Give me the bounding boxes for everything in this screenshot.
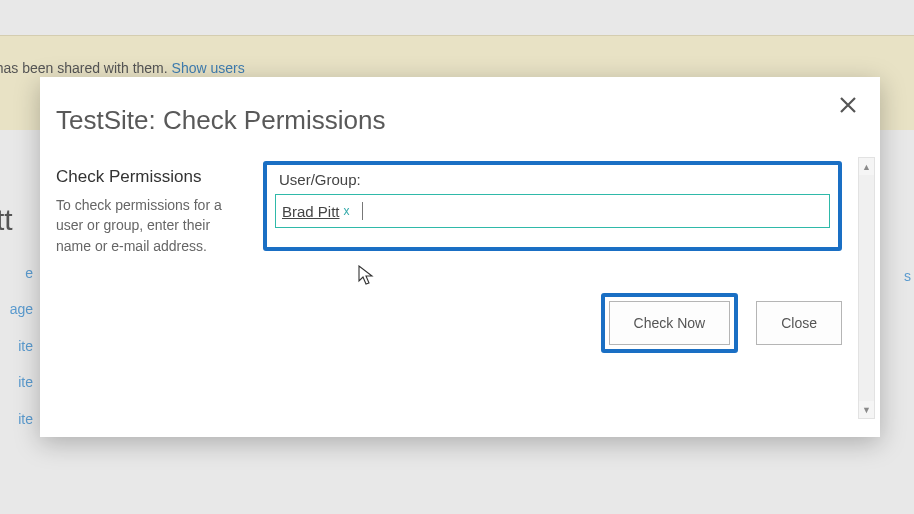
banner-text: site has been shared with them. — [0, 60, 172, 76]
check-now-button[interactable]: Check Now — [609, 301, 731, 345]
section-description: To check permissions for a user or group… — [56, 195, 231, 256]
highlight-check-now: Check Now — [601, 293, 739, 353]
banner-show-users-link[interactable]: Show users — [172, 60, 245, 76]
nav-fragment: ite — [0, 328, 35, 364]
text-caret — [362, 202, 363, 220]
dialog-title: TestSite: Check Permissions — [56, 105, 385, 136]
nav-fragment: ite — [0, 401, 35, 437]
nav-fragment: age — [0, 291, 35, 327]
scroll-up-arrow-icon[interactable]: ▲ — [859, 158, 874, 175]
user-group-label: User/Group: — [279, 171, 830, 188]
people-chip-name[interactable]: Brad Pitt — [282, 203, 340, 220]
background-page-title-fragment: tt — [0, 205, 35, 255]
background-left-nav-fragment: tt e age ite ite ite — [0, 205, 35, 437]
highlight-user-group-field: User/Group: Brad Pitt x — [263, 161, 842, 251]
background-right-text-fragment: s — [904, 268, 911, 284]
chip-remove-icon[interactable]: x — [344, 204, 350, 218]
user-group-input[interactable]: Brad Pitt x — [275, 194, 830, 228]
nav-fragment: ite — [0, 364, 35, 400]
check-permissions-dialog: TestSite: Check Permissions Check Permis… — [40, 77, 880, 437]
close-button[interactable]: Close — [756, 301, 842, 345]
close-icon[interactable] — [834, 95, 862, 123]
scroll-down-arrow-icon[interactable]: ▼ — [859, 401, 874, 418]
people-chip: Brad Pitt x — [282, 203, 350, 220]
nav-fragment: e — [0, 255, 35, 291]
dialog-scrollbar[interactable]: ▲ ▼ — [858, 157, 875, 419]
